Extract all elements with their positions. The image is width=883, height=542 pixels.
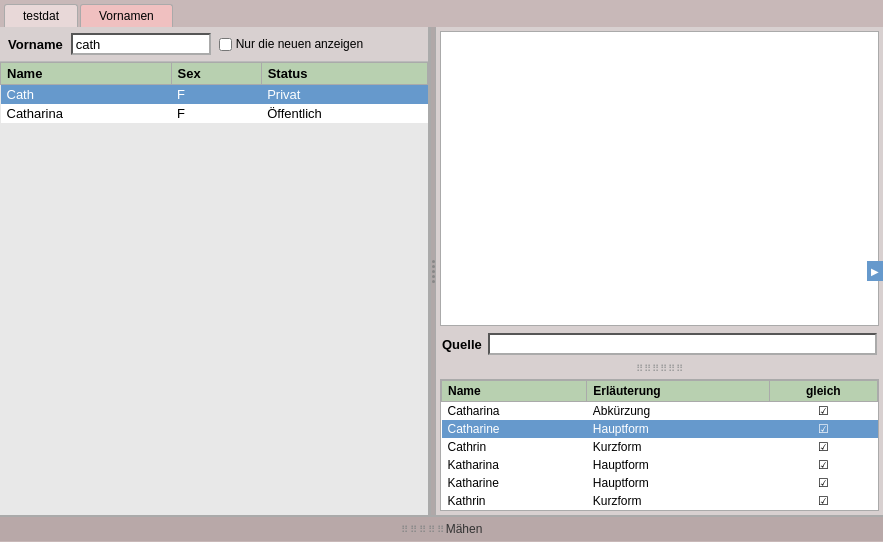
scroll-right-button[interactable]: ▶ [867,261,883,281]
description-area-wrapper [440,31,879,326]
table-row[interactable]: CatharineHauptform☑ [442,420,878,438]
related-col-erlaeuterung: Erläuterung [587,381,769,402]
related-table-body: CatharinaAbkürzung☑CatharineHauptform☑Ca… [442,402,878,511]
col-sex: Sex [171,63,261,85]
gleich-checkbox[interactable]: ☑ [769,492,877,510]
related-col-gleich: gleich [769,381,877,402]
resize-dot-2 [432,265,435,268]
checkbox-area: Nur die neuen anzeigen [219,37,363,51]
tab-testdat[interactable]: testdat [4,4,78,27]
bottom-drag-handle: ⠿⠿⠿⠿⠿ [401,524,446,535]
tab-vornamen[interactable]: Vornamen [80,4,173,27]
gleich-checkbox[interactable]: ☑ [769,456,877,474]
bottom-bar: ⠿⠿⠿⠿⠿ Mähen [0,515,883,541]
right-panel: Quelle ⠿⠿⠿⠿⠿⠿ Name Erläuterung gleich Ca… [436,27,883,515]
description-textarea[interactable] [441,32,878,325]
resize-dot-4 [432,275,435,278]
gleich-checkbox[interactable]: ☑ [769,402,877,421]
col-name: Name [1,63,172,85]
left-table-body: CathFPrivatCatharinaFÖffentlich [1,85,428,124]
related-col-name: Name [442,381,587,402]
tab-bar: testdat Vornamen [0,0,883,27]
quelle-input[interactable] [488,333,877,355]
quelle-row: Quelle [440,330,879,358]
new-only-checkbox[interactable] [219,38,232,51]
search-input[interactable] [71,33,211,55]
drag-handle: ⠿⠿⠿⠿⠿⠿ [440,362,879,375]
resize-dot-5 [432,280,435,283]
table-row[interactable]: CatharinaAbkürzung☑ [442,402,878,421]
table-row[interactable]: CathFPrivat [1,85,428,105]
left-panel: Vorname Nur die neuen anzeigen Name Sex … [0,27,430,515]
col-status: Status [261,63,427,85]
related-table: Name Erläuterung gleich CatharinaAbkürzu… [441,380,878,510]
left-table-container: Name Sex Status CathFPrivatCatharinaFÖff… [0,62,428,515]
main-area: Vorname Nur die neuen anzeigen Name Sex … [0,27,883,515]
gleich-checkbox[interactable]: ☑ [769,420,877,438]
quelle-label: Quelle [442,337,482,352]
gleich-checkbox[interactable]: ☑ [769,438,877,456]
resize-dot-1 [432,260,435,263]
related-table-wrapper: Name Erläuterung gleich CatharinaAbkürzu… [440,379,879,511]
table-row[interactable]: CatharinaFÖffentlich [1,104,428,123]
bottom-label: Mähen [446,522,483,536]
left-table-header: Name Sex Status [1,63,428,85]
left-table: Name Sex Status CathFPrivatCatharinaFÖff… [0,62,428,123]
gleich-checkbox[interactable]: ☑ [769,474,877,492]
search-bar: Vorname Nur die neuen anzeigen [0,27,428,62]
vorname-label: Vorname [8,37,63,52]
resize-dot-3 [432,270,435,273]
checkbox-label: Nur die neuen anzeigen [236,37,363,51]
table-row[interactable]: KatharineHauptform☑ [442,474,878,492]
table-row[interactable]: CathrinKurzform☑ [442,438,878,456]
table-row[interactable]: KathrinKurzform☑ [442,492,878,510]
table-row[interactable]: KatharinaHauptform☑ [442,456,878,474]
related-table-header: Name Erläuterung gleich [442,381,878,402]
